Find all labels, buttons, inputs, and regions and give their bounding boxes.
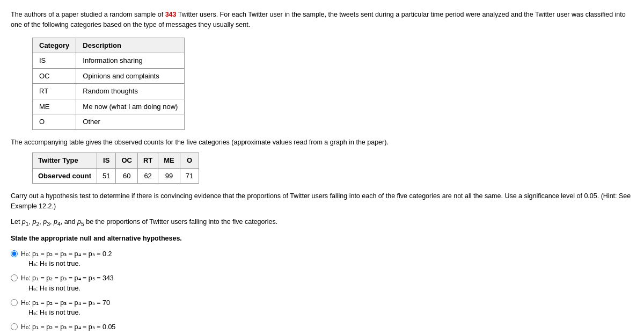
null-hypothesis-text: H₀: p₁ = p₂ = p₃ = p₄ = p₅ = 0.2: [21, 250, 112, 258]
hypothesis-option[interactable]: H₀: p₁ = p₂ = p₃ = p₄ = p₅ = 0.05Hₐ: H₀ …: [11, 322, 633, 334]
intro-text-before: The authors of a paper studied a random …: [11, 11, 165, 18]
hypothesis-option[interactable]: H₀: p₁ = p₂ = p₃ = p₄ = p₅ = 70Hₐ: H₀ is…: [11, 298, 633, 318]
table-row: OCOpinions and complaints: [33, 68, 185, 84]
description-cell: Me now (what I am doing now): [76, 99, 185, 114]
obs-value-cell: 60: [116, 168, 138, 184]
hypothesis-label-4: H₀: p₁ = p₂ = p₃ = p₄ = p₅ = 0.05Hₐ: H₀ …: [21, 322, 115, 334]
hypothesis-option[interactable]: H₀: p₁ = p₂ = p₃ = p₄ = p₅ = 343Hₐ: H₀ i…: [11, 273, 633, 294]
intro-paragraph: The authors of a paper studied a random …: [11, 10, 628, 30]
hypothesis-radio-3[interactable]: [11, 299, 18, 306]
alt-hypothesis-text: Hₐ: H₀ is not true.: [28, 259, 112, 269]
observed-table: Twitter TypeISOCRTMEO Observed count5160…: [32, 153, 199, 184]
obs-col-header: OC: [116, 153, 138, 169]
table-row: ISInformation sharing: [33, 53, 185, 69]
description-col-header: Description: [76, 38, 185, 53]
table-row: RTRandom thoughts: [33, 84, 185, 99]
obs-value-cell: 62: [137, 168, 158, 184]
category-cell: OC: [33, 68, 76, 84]
obs-value-cell: 51: [97, 168, 115, 184]
category-col-header: Category: [33, 38, 76, 53]
obs-value-cell: 99: [158, 168, 180, 184]
hypothesis-label-2: H₀: p₁ = p₂ = p₃ = p₄ = p₅ = 343Hₐ: H₀ i…: [21, 273, 114, 294]
description-cell: Random thoughts: [76, 84, 185, 99]
category-cell: RT: [33, 84, 76, 99]
table-intro-text: The accompanying table gives the observe…: [11, 137, 601, 148]
null-hypothesis-text: H₀: p₁ = p₂ = p₃ = p₄ = p₅ = 0.05: [21, 323, 115, 331]
description-cell: Information sharing: [76, 53, 185, 69]
state-paragraph: State the appropriate null and alternati…: [11, 234, 633, 244]
null-hypothesis-text: H₀: p₁ = p₂ = p₃ = p₄ = p₅ = 70: [21, 299, 110, 307]
carry-paragraph: Carry out a hypothesis test to determine…: [11, 191, 633, 212]
hypothesis-radio-4[interactable]: [11, 323, 18, 330]
category-cell: O: [33, 114, 76, 130]
obs-col-header: O: [180, 153, 199, 169]
obs-value-cell: 71: [180, 168, 199, 184]
hypothesis-radio-2[interactable]: [11, 274, 18, 281]
obs-row-label: Observed count: [33, 168, 97, 184]
obs-col-header: RT: [137, 153, 158, 169]
alt-hypothesis-text: Hₐ: H₀ is not true.: [28, 284, 114, 294]
alt-hypothesis-text: Hₐ: H₀ is not true.: [28, 308, 110, 318]
hypothesis-option[interactable]: H₀: p₁ = p₂ = p₃ = p₄ = p₅ = 0.2Hₐ: H₀ i…: [11, 249, 633, 270]
sample-size: 343: [165, 11, 177, 18]
obs-col-header: IS: [97, 153, 115, 169]
hypotheses-options: H₀: p₁ = p₂ = p₃ = p₄ = p₅ = 0.2Hₐ: H₀ i…: [11, 249, 633, 334]
null-hypothesis-text: H₀: p₁ = p₂ = p₃ = p₄ = p₅ = 343: [21, 274, 114, 282]
hypothesis-label-3: H₀: p₁ = p₂ = p₃ = p₄ = p₅ = 70Hₐ: H₀ is…: [21, 298, 110, 318]
category-cell: ME: [33, 99, 76, 114]
category-table: Category Description ISInformation shari…: [32, 38, 185, 130]
table-row: OOther: [33, 114, 185, 130]
category-cell: IS: [33, 53, 76, 69]
description-cell: Opinions and complaints: [76, 68, 185, 84]
hypothesis-radio-1[interactable]: [11, 250, 18, 257]
obs-col-header: Twitter Type: [33, 153, 97, 169]
hypothesis-label-1: H₀: p₁ = p₂ = p₃ = p₄ = p₅ = 0.2Hₐ: H₀ i…: [21, 249, 112, 270]
let-paragraph: Let p1, p2, p3, p4, and p5 be the propor…: [11, 217, 633, 228]
table-row: MEMe now (what I am doing now): [33, 99, 185, 114]
obs-col-header: ME: [158, 153, 180, 169]
description-cell: Other: [76, 114, 185, 130]
